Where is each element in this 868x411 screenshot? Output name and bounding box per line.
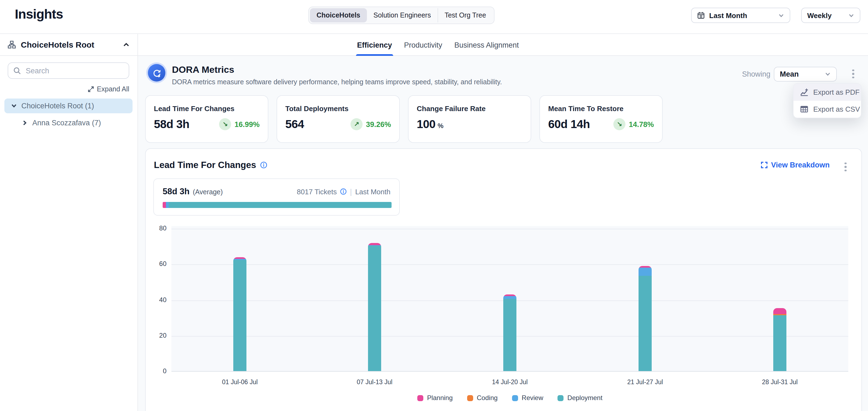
tab-label: Efficiency bbox=[357, 41, 392, 49]
org-tree-icon bbox=[8, 40, 16, 48]
distribution-segment-planning bbox=[163, 202, 166, 208]
org-tab-choicehotels[interactable]: ChoiceHotels bbox=[310, 8, 367, 23]
expand-all-button[interactable]: Expand All bbox=[8, 85, 129, 93]
search-icon bbox=[13, 67, 21, 74]
time-range-select[interactable]: Last Month bbox=[691, 8, 790, 23]
trend-delta: 16.99% bbox=[235, 120, 259, 128]
org-tab-solution-engineers[interactable]: Solution Engineers bbox=[367, 8, 438, 23]
dora-more-options-button[interactable] bbox=[849, 67, 858, 80]
metric-title: Total Deployments bbox=[285, 105, 391, 113]
aggregation-value: Mean bbox=[780, 70, 820, 78]
granularity-select[interactable]: Weekly bbox=[801, 8, 860, 23]
legend-item-coding[interactable]: Coding bbox=[467, 394, 498, 402]
bar-segment-planning bbox=[368, 243, 381, 245]
iteration-cycle-icon bbox=[148, 64, 165, 81]
trend-delta: 14.78% bbox=[629, 120, 654, 128]
y-tick-label: 60 bbox=[145, 260, 166, 268]
bar-segment-deployment bbox=[503, 299, 517, 371]
legend-item-deployment[interactable]: Deployment bbox=[557, 394, 602, 402]
chevron-up-icon[interactable] bbox=[123, 41, 130, 48]
bar-stack-1[interactable] bbox=[233, 257, 246, 371]
bar-segment-review bbox=[503, 296, 517, 299]
trend-badge: ↗ 39.26% bbox=[350, 118, 391, 130]
gridline-y80 bbox=[172, 229, 848, 229]
bar-segment-deployment bbox=[773, 315, 786, 371]
sidebar-divider bbox=[137, 34, 138, 411]
x-axis-line bbox=[172, 371, 848, 372]
export-csv-menu-item[interactable]: Export as CSV bbox=[794, 101, 861, 118]
trend-badge: ↘ 14.78% bbox=[613, 118, 654, 130]
bar-stack-2[interactable] bbox=[368, 243, 381, 371]
chart-line-plus-icon bbox=[800, 88, 808, 96]
legend-label: Deployment bbox=[567, 394, 602, 402]
chevron-down-icon[interactable] bbox=[11, 103, 17, 109]
gridline-y60 bbox=[172, 265, 848, 265]
tab-business-alignment[interactable]: Business Alignment bbox=[454, 40, 519, 50]
y-tick-label: 0 bbox=[145, 367, 166, 375]
expand-corners-icon bbox=[761, 162, 768, 169]
time-range-value: Last Month bbox=[709, 11, 774, 20]
tree-item-label: Anna Scozzafava (7) bbox=[32, 119, 101, 127]
aggregation-select[interactable]: Mean bbox=[774, 67, 837, 81]
trend-down-icon: ↘ bbox=[613, 118, 625, 130]
menu-item-label: Export as PDF bbox=[813, 88, 860, 96]
expand-all-label: Expand All bbox=[97, 85, 129, 93]
legend-label: Coding bbox=[477, 394, 498, 402]
tab-label: Productivity bbox=[404, 41, 442, 49]
bar-stack-3[interactable] bbox=[503, 294, 517, 371]
info-icon[interactable] bbox=[260, 162, 267, 169]
chevron-right-icon[interactable] bbox=[22, 120, 28, 126]
metric-title: Mean Time To Restore bbox=[548, 105, 654, 113]
x-tick-label: 01 Jul-06 Jul bbox=[202, 379, 278, 385]
sidebar-header: ChoiceHotels Root bbox=[8, 37, 130, 52]
legend-swatch bbox=[512, 395, 518, 401]
tree-item-choicehotels-root[interactable]: ChoiceHotels Root (1) bbox=[4, 99, 132, 113]
info-icon[interactable] bbox=[340, 188, 347, 195]
chevron-down-icon bbox=[848, 12, 854, 18]
export-menu: Export as PDF Export as CSV bbox=[793, 83, 861, 118]
table-icon bbox=[800, 105, 808, 113]
tab-label: Business Alignment bbox=[454, 41, 519, 49]
bar-segment-deployment bbox=[639, 276, 652, 371]
separator: | bbox=[350, 187, 352, 196]
x-tick-label: 28 Jul-31 Jul bbox=[742, 379, 818, 385]
legend-item-planning[interactable]: Planning bbox=[417, 394, 453, 402]
dora-metrics-icon bbox=[146, 62, 167, 83]
export-pdf-menu-item[interactable]: Export as PDF bbox=[794, 84, 861, 101]
chart-legend: PlanningCodingReviewDeployment bbox=[172, 394, 848, 402]
org-tab-label: Test Org Tree bbox=[445, 11, 486, 19]
legend-item-review[interactable]: Review bbox=[512, 394, 543, 402]
metric-value: 100 bbox=[417, 118, 435, 131]
tree-item-anna-scozzafava[interactable]: Anna Scozzafava (7) bbox=[4, 115, 132, 130]
org-tab-test-org-tree[interactable]: Test Org Tree bbox=[438, 8, 493, 23]
tab-efficiency[interactable]: Efficiency bbox=[357, 40, 392, 50]
org-tab-label: Solution Engineers bbox=[373, 11, 431, 19]
distribution-segment-review bbox=[166, 202, 169, 208]
dora-title: DORA Metrics bbox=[172, 65, 234, 75]
tabs-row-divider bbox=[0, 55, 868, 56]
y-tick-label: 20 bbox=[145, 332, 166, 339]
legend-label: Review bbox=[522, 394, 543, 402]
insights-dashboard: Insights ChoiceHotels Solution Engineers… bbox=[0, 0, 868, 411]
tree-item-label: ChoiceHotels Root (1) bbox=[21, 102, 94, 110]
metric-value: 564 bbox=[285, 118, 304, 131]
bar-stack-4[interactable] bbox=[639, 266, 652, 371]
metric-value: 58d 3h bbox=[154, 118, 189, 131]
chart-more-options-button[interactable] bbox=[841, 160, 850, 173]
legend-swatch bbox=[417, 395, 423, 401]
metric-title: Change Failure Rate bbox=[417, 105, 522, 113]
tab-productivity[interactable]: Productivity bbox=[404, 40, 442, 50]
y-tick-label: 80 bbox=[145, 225, 166, 232]
tickets-count: 8017 Tickets bbox=[297, 187, 337, 196]
view-breakdown-button[interactable]: View Breakdown bbox=[761, 161, 830, 169]
chart-section-header: Lead Time For Changes bbox=[154, 160, 267, 170]
org-segmented-control: ChoiceHotels Solution Engineers Test Org… bbox=[308, 7, 494, 24]
x-tick-label: 21 Jul-27 Jul bbox=[607, 379, 683, 385]
search-input[interactable] bbox=[25, 66, 124, 75]
trend-down-icon: ↘ bbox=[219, 118, 231, 130]
calendar-icon bbox=[697, 11, 705, 19]
bar-stack-5[interactable] bbox=[773, 308, 786, 371]
distribution-segment-deployment bbox=[169, 202, 392, 208]
metric-title: Lead Time For Changes bbox=[154, 105, 259, 113]
legend-swatch bbox=[467, 395, 473, 401]
